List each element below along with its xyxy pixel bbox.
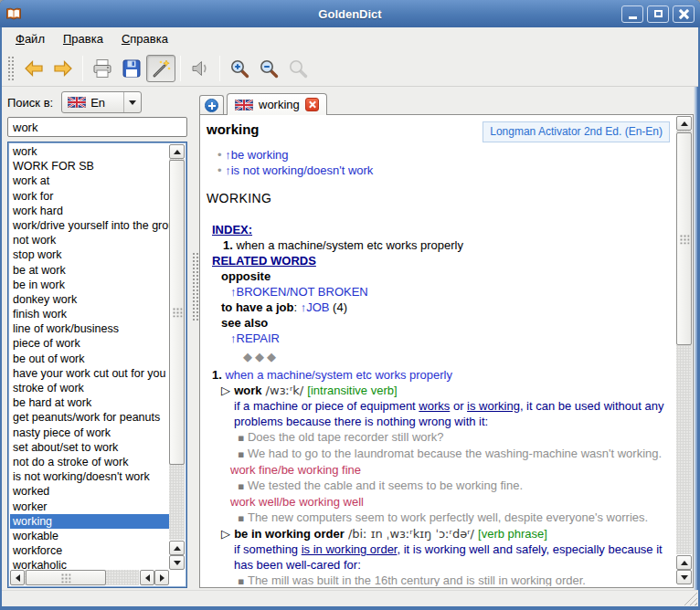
forward-button[interactable] <box>48 55 78 82</box>
scroll-down-button[interactable] <box>676 570 692 584</box>
word-list-item[interactable]: worker <box>10 500 169 514</box>
scrollbar-thumb[interactable] <box>676 132 692 345</box>
word-list-item[interactable]: not work <box>10 233 169 247</box>
word-list-item[interactable]: have your work cut out for you <box>10 366 169 381</box>
menu-файл[interactable]: Файл <box>9 29 51 48</box>
thumb-grip-icon <box>679 234 689 244</box>
zoom-in-button[interactable] <box>225 55 254 82</box>
article-line: work fine/be working fine <box>205 462 670 478</box>
word-list-item[interactable]: workaholic <box>10 558 169 570</box>
article-text: when a machine/system etc works properly <box>222 368 452 382</box>
word-list-item[interactable]: set about/set to work <box>10 440 169 455</box>
scrollbar-thumb[interactable] <box>26 570 106 585</box>
word-list-item[interactable]: not do a stroke of work <box>10 455 169 469</box>
word-list-item[interactable]: work <box>10 144 169 159</box>
word-list-item[interactable]: be hard at work <box>10 395 169 410</box>
article-line: ▪ Does the old tape recorder still work? <box>205 429 670 446</box>
article-text: see also <box>221 316 268 330</box>
arrow-left-icon <box>145 574 150 582</box>
article-link[interactable]: ↑REPAIR <box>230 331 280 345</box>
article-link[interactable]: ↑is not working/doesn't work <box>225 163 373 177</box>
word-list-item[interactable]: line of work/business <box>10 321 169 336</box>
article-text: (4) <box>330 300 348 314</box>
save-button[interactable] <box>117 55 146 82</box>
article-text: ▪ <box>238 448 248 460</box>
combobox-dropdown-button[interactable] <box>123 92 141 112</box>
minimize-icon <box>629 16 637 19</box>
splitter-grip-icon <box>192 252 199 321</box>
article-text: 1. <box>212 368 222 382</box>
back-button[interactable] <box>19 55 48 82</box>
scan-popup-button[interactable] <box>146 55 175 82</box>
article-text: ▪ <box>238 575 248 586</box>
scroll-up-button[interactable] <box>169 541 185 555</box>
arrow-up-icon <box>174 150 181 154</box>
print-button[interactable] <box>88 55 117 82</box>
word-list-item[interactable]: donkey work <box>10 292 169 307</box>
word-list-item[interactable]: work at <box>10 174 169 188</box>
word-list-item[interactable]: stroke of work <box>10 381 169 395</box>
word-list-item[interactable]: worked <box>10 484 169 499</box>
arrow-up-icon <box>681 121 688 126</box>
word-list-item[interactable]: piece of work <box>10 336 169 351</box>
arrow-down-icon <box>681 575 688 580</box>
menu-правка[interactable]: Правка <box>57 29 110 48</box>
toolbar <box>2 50 698 87</box>
article-text: is in working order <box>302 542 398 556</box>
close-button[interactable] <box>673 5 695 23</box>
word-list-item[interactable]: nasty piece of work <box>10 426 169 440</box>
zoom-out-button[interactable] <box>254 55 283 82</box>
scroll-up-button[interactable] <box>169 144 185 159</box>
scrollbar-thumb[interactable] <box>169 160 185 465</box>
toolbar-drag-handle[interactable] <box>7 56 14 81</box>
maximize-button[interactable] <box>647 5 669 23</box>
tab-working[interactable]: working <box>227 93 327 115</box>
resize-grip-icon[interactable] <box>684 592 697 605</box>
word-list-item[interactable]: work for <box>10 189 169 204</box>
word-list-item[interactable]: workable <box>10 529 169 543</box>
toolbar-separator <box>82 56 83 81</box>
tab-label: working <box>259 98 300 111</box>
article-text: : <box>293 300 300 314</box>
tab-close-button[interactable] <box>305 98 319 111</box>
word-list-item[interactable]: work/drive yourself into the ground <box>10 218 169 233</box>
word-list-item[interactable]: working <box>10 514 169 529</box>
article-link[interactable]: ↑JOB <box>301 300 330 314</box>
word-list-item[interactable]: is not working/doesn't work <box>10 469 169 484</box>
article-text: work fine/be working fine <box>230 463 361 477</box>
search-input[interactable] <box>7 117 187 137</box>
scroll-up-button[interactable] <box>676 116 692 131</box>
article-text: if a machine or piece of equipment <box>234 399 419 413</box>
word-list: workWORK FOR SBwork atwork forwork hardw… <box>7 142 187 588</box>
menu-справка[interactable]: Справка <box>115 29 175 48</box>
word-list-item[interactable]: get peanuts/work for peanuts <box>10 410 169 425</box>
scroll-up-button[interactable] <box>676 555 692 570</box>
word-list-item[interactable]: be out of work <box>10 352 169 366</box>
word-list-item[interactable]: workforce <box>10 543 169 558</box>
article-text: 1. <box>223 238 233 252</box>
word-list-item[interactable]: WORK FOR SB <box>10 159 169 174</box>
new-tab-button[interactable] <box>199 95 224 114</box>
minimize-button[interactable] <box>621 5 643 23</box>
word-list-item[interactable]: finish work <box>10 307 169 321</box>
article-link[interactable]: ↑be working <box>225 148 288 162</box>
article-line: ↑BROKEN/NOT BROKEN <box>205 284 670 300</box>
word-list-item[interactable]: be at work <box>10 263 169 278</box>
titlebar[interactable]: GoldenDict <box>0 0 700 27</box>
dictionary-badge[interactable]: Longman Activator 2nd Ed. (En-En) <box>483 121 670 142</box>
sound-button[interactable] <box>186 55 215 82</box>
word-list-item[interactable]: stop work <box>10 247 169 262</box>
scroll-down-button[interactable] <box>169 555 185 570</box>
scroll-right-button[interactable] <box>154 570 169 585</box>
dictionary-group-combobox[interactable]: En <box>61 91 142 113</box>
article-text: opposite <box>221 269 270 283</box>
scroll-left-button[interactable] <box>10 570 25 585</box>
article-link[interactable]: ↑BROKEN/NOT BROKEN <box>230 285 368 299</box>
article-line: RELATED WORDS <box>205 253 670 268</box>
article-pane: working working Longman Activator 2nd Ed… <box>199 91 694 588</box>
word-list-item[interactable]: work hard <box>10 204 169 218</box>
arrow-right-icon <box>160 574 164 582</box>
scroll-left-button[interactable] <box>140 570 154 585</box>
thumb-grip-icon <box>172 308 182 318</box>
word-list-item[interactable]: be in work <box>10 278 169 292</box>
